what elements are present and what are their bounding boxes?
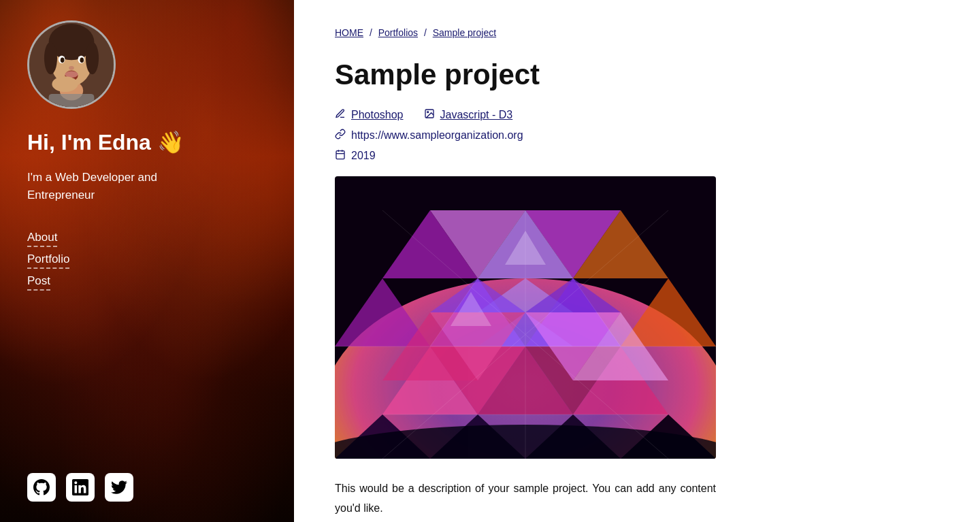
project-url-row: https://www.sampleorganization.org	[335, 129, 939, 142]
project-tools: Photoshop Javascript - D3	[335, 108, 939, 122]
linkedin-icon[interactable]	[66, 473, 95, 502]
breadcrumb-home[interactable]: HOME	[335, 27, 363, 38]
svg-point-16	[427, 112, 428, 113]
photoshop-label[interactable]: Photoshop	[351, 109, 404, 121]
nav-link-portfolio[interactable]: Portfolio	[27, 252, 69, 269]
breadcrumb: HOME / Portfolios / Sample project	[335, 27, 939, 38]
breadcrumb-sep1: /	[370, 27, 372, 38]
svg-point-13	[52, 76, 78, 92]
social-icons	[27, 473, 267, 502]
svg-point-9	[80, 58, 84, 63]
pen-icon	[335, 108, 346, 122]
svg-rect-17	[336, 151, 344, 159]
project-image	[335, 176, 716, 459]
sidebar-greeting: Hi, I'm Edna 👋	[27, 129, 267, 155]
image-icon	[424, 108, 435, 122]
project-year-row: 2019	[335, 149, 939, 163]
sidebar-subtitle: I'm a Web Developer andEntrepreneur	[27, 169, 267, 203]
sidebar: Hi, I'm Edna 👋 I'm a Web Developer andEn…	[0, 0, 294, 522]
project-description: This would be a description of your samp…	[335, 479, 716, 519]
tool-javascript: Javascript - D3	[424, 108, 513, 122]
calendar-icon	[335, 149, 346, 163]
svg-point-10	[69, 66, 74, 70]
project-title: Sample project	[335, 59, 939, 91]
project-url[interactable]: https://www.sampleorganization.org	[351, 129, 523, 142]
breadcrumb-portfolios[interactable]: Portfolios	[378, 27, 418, 38]
svg-point-4	[44, 42, 57, 75]
nav-link-post[interactable]: Post	[27, 274, 50, 291]
github-icon[interactable]	[27, 473, 56, 502]
svg-rect-14	[49, 94, 95, 107]
breadcrumb-current[interactable]: Sample project	[433, 27, 496, 38]
avatar	[27, 20, 116, 109]
javascript-label[interactable]: Javascript - D3	[440, 109, 513, 121]
svg-point-5	[86, 42, 99, 75]
svg-point-8	[61, 58, 65, 63]
sidebar-nav: About Portfolio Post	[27, 231, 267, 291]
breadcrumb-sep2: /	[424, 27, 427, 38]
twitter-icon[interactable]	[105, 473, 133, 502]
nav-link-about[interactable]: About	[27, 231, 57, 247]
link-icon	[335, 129, 346, 142]
main-content: HOME / Portfolios / Sample project Sampl…	[294, 0, 980, 522]
tool-photoshop: Photoshop	[335, 108, 404, 122]
project-year: 2019	[351, 150, 376, 162]
